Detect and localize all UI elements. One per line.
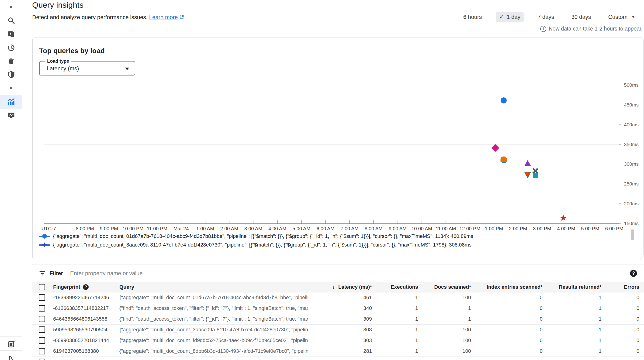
- docs-scanned-cell: 1: [423, 303, 476, 314]
- x-axis-label: 1:00 PM: [485, 226, 503, 231]
- data-point-magenta-diamond-query[interactable]: [491, 144, 499, 152]
- y-axis-label: 350ms: [624, 142, 639, 147]
- column-header-results[interactable]: Results returned*: [548, 282, 607, 292]
- index-entries-cell: 0: [476, 335, 548, 346]
- latency-cell: 303: [308, 335, 377, 346]
- query-cell: {"find": "oauth_access_token", "filter":…: [117, 303, 308, 314]
- results-returned-cell: 1: [548, 324, 607, 335]
- column-header-docs_scanned[interactable]: Docs scanned*: [423, 282, 476, 292]
- latency-cell: 308: [308, 324, 377, 335]
- column-header-query[interactable]: Query: [117, 282, 308, 292]
- y-tick: [619, 124, 622, 125]
- data-point-purple-triangle-query[interactable]: [524, 160, 531, 166]
- column-header-executions[interactable]: Executions: [377, 282, 423, 292]
- sidebar-item-shortcuts[interactable]: [0, 352, 22, 360]
- x-axis-label: 3:00 PM: [533, 226, 551, 231]
- table-row[interactable]: 6464365664806143558{"find": "oauth_acces…: [32, 314, 644, 324]
- header-checkbox-cell: [32, 282, 51, 292]
- row-checkbox[interactable]: [39, 305, 45, 312]
- legend-scrollbar[interactable]: [631, 230, 634, 240]
- check-icon: ✓: [499, 14, 504, 20]
- results-returned-cell: 1: [548, 357, 607, 360]
- legend-item-2[interactable]: {"aggregate": "multi_doc_count_3aacc09a-…: [39, 241, 473, 249]
- time-range-7-days[interactable]: 7 days: [534, 12, 558, 22]
- select-all-checkbox[interactable]: [39, 284, 45, 290]
- query-file-icon: [7, 30, 15, 38]
- column-header-index_entries[interactable]: Index entries scanned*: [476, 282, 548, 292]
- table-row[interactable]: -8295002236194316765{"aggregate": "multi…: [32, 357, 644, 360]
- sidebar-item-overview[interactable]: [0, 0, 22, 14]
- table-row[interactable]: -6699038652201821444{"aggregate": "multi…: [32, 335, 644, 346]
- shortcuts-icon: [7, 355, 15, 360]
- latency-cell: 281: [308, 346, 377, 357]
- row-checkbox[interactable]: [39, 337, 45, 344]
- latency-cell: 461: [308, 292, 377, 303]
- queries-table: Fingerprint?Query↓Latency (ms)*Execution…: [32, 282, 644, 360]
- row-checkbox[interactable]: [39, 294, 45, 301]
- time-range-1-day[interactable]: ✓1 day: [496, 12, 524, 22]
- time-range-custom[interactable]: Custom▼: [605, 12, 638, 22]
- y-axis-label: 500ms: [624, 82, 639, 88]
- docs-scanned-cell: 100: [423, 346, 476, 357]
- latency-cell: 274: [308, 357, 377, 360]
- executions-cell: 1: [377, 335, 423, 346]
- circle-marker-icon: [39, 233, 50, 239]
- data-point-orange-square-query[interactable]: [500, 157, 507, 162]
- time-range-6-hours[interactable]: 6 hours: [460, 12, 485, 22]
- sidebar-item-more[interactable]: [0, 81, 22, 95]
- row-checkbox-cell: [32, 346, 51, 357]
- table-row[interactable]: -6126638357114832217{"find": "oauth_acce…: [32, 303, 644, 314]
- sidebar-item-system-insights[interactable]: [0, 108, 22, 122]
- gridline-500ms: [44, 85, 619, 85]
- row-checkbox[interactable]: [39, 359, 45, 360]
- x-tick: [349, 220, 350, 223]
- table-row[interactable]: 5909598265530790504{"aggregate": "multi_…: [32, 324, 644, 335]
- sidebar-item-query-insights-active[interactable]: [0, 95, 22, 109]
- data-point-dark-x-query[interactable]: [532, 168, 538, 174]
- legend-item-1[interactable]: {"aggregate": "multi_doc_count_01d67a7b-…: [39, 232, 473, 241]
- system-insights-icon: [7, 111, 15, 119]
- x-axis-label: 6:00 AM: [316, 226, 334, 231]
- help-icon[interactable]: ?: [630, 270, 637, 277]
- sidebar-item-security[interactable]: [0, 67, 22, 81]
- x-axis-label: 11:00 PM: [147, 226, 167, 231]
- index-entries-cell: 0: [476, 346, 548, 357]
- table-row[interactable]: -1939399225467714246{"aggregate": "multi…: [32, 292, 644, 303]
- learn-more-link[interactable]: Learn more: [149, 14, 184, 20]
- y-tick: [619, 85, 622, 85]
- row-checkbox[interactable]: [39, 348, 45, 355]
- column-header-fingerprint[interactable]: Fingerprint?: [51, 282, 117, 292]
- gridline-150ms: [44, 223, 619, 224]
- x-tick: [157, 220, 158, 223]
- load-type-select[interactable]: Load type Latency (ms): [39, 61, 135, 75]
- x-tick: [446, 220, 446, 223]
- data-point-teal-square-query[interactable]: [533, 173, 538, 178]
- info-icon: i: [540, 26, 546, 32]
- table-row[interactable]: 6194237005168380{"aggregate": "multi_doc…: [32, 346, 644, 357]
- gridline-400ms: [44, 125, 619, 125]
- sidebar-item-history[interactable]: [0, 41, 22, 55]
- results-returned-cell: 1: [548, 346, 607, 357]
- sidebar-item-trash[interactable]: [0, 54, 22, 68]
- x-axis-label: 10:00 AM: [411, 226, 432, 231]
- time-range-30-days[interactable]: 30 days: [568, 12, 594, 22]
- filter-input[interactable]: [70, 270, 630, 277]
- data-point-aggregate-01d67a7b[interactable]: [500, 97, 507, 103]
- x-axis-label: 2:00 AM: [220, 226, 238, 231]
- dot-icon: [10, 6, 12, 8]
- sidebar-item-search[interactable]: [0, 13, 22, 27]
- row-checkbox-cell: [32, 314, 51, 324]
- load-type-label: Load type: [45, 58, 71, 64]
- chevron-down-icon: ▼: [631, 15, 635, 19]
- errors-cell: 0: [607, 292, 644, 303]
- column-header-latency[interactable]: ↓Latency (ms)*: [308, 282, 377, 292]
- legend-query-text: {"aggregate": "multi_doc_count_3aacc09a-…: [53, 242, 472, 248]
- row-checkbox[interactable]: [39, 316, 45, 322]
- results-returned-cell: 1: [548, 314, 607, 324]
- x-axis-label: Mar 24: [174, 226, 189, 231]
- sidebar-item-release-notes[interactable]: [0, 337, 22, 351]
- fingerprint-help-icon[interactable]: ?: [83, 284, 88, 290]
- column-header-errors[interactable]: Errors: [607, 282, 644, 292]
- sidebar-item-query-file[interactable]: [0, 27, 22, 41]
- row-checkbox[interactable]: [39, 327, 45, 333]
